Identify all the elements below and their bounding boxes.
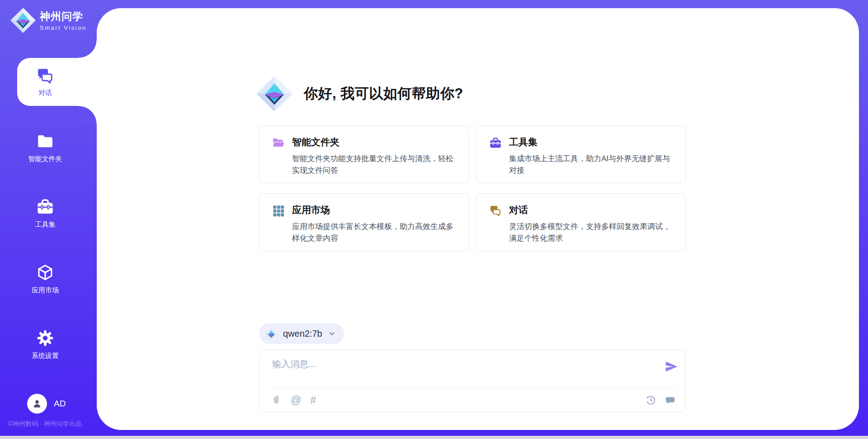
sidebar-item-label: 应用市场: [32, 286, 59, 295]
chat-bubble-icon: [665, 395, 675, 406]
tab-fillet-top: [79, 40, 97, 58]
at-icon: @: [291, 395, 301, 406]
welcome-logo-icon: [256, 75, 293, 112]
folder-icon: [36, 132, 54, 150]
message-input[interactable]: [271, 357, 653, 384]
gear-icon: [36, 329, 54, 347]
bottom-edge-strip: [0, 436, 868, 439]
sidebar-item-label: 系统设置: [32, 352, 59, 360]
sidebar-item-chat[interactable]: 对话: [17, 58, 97, 106]
main-panel: 你好, 我可以如何帮助你? 智能文件夹 智能文件夹功能支持批量文件上传与清洗，轻…: [97, 8, 859, 430]
grid-icon: [272, 205, 285, 217]
sidebar-item-toolset[interactable]: 工具集: [0, 198, 90, 229]
sidebar-item-label: 工具集: [35, 220, 56, 229]
toolbox-icon: [36, 198, 54, 216]
feature-cards: 智能文件夹 智能文件夹功能支持批量文件上传与清洗，轻松实现文件问答 工具集 集成…: [259, 125, 686, 251]
send-button[interactable]: [665, 360, 678, 373]
sidebar-item-app-market[interactable]: 应用市场: [0, 263, 90, 295]
sidebar-item-label: 对话: [38, 89, 52, 97]
person-icon: [31, 398, 43, 410]
brand-subtitle: Smart Vision: [40, 24, 86, 31]
composer: @ #: [259, 349, 686, 412]
user-account[interactable]: AD: [27, 394, 66, 414]
card-description: 灵活切换多模型文件，支持多样回复效果调试，满足个性化需求: [509, 221, 674, 244]
attach-button[interactable]: [271, 395, 282, 406]
send-icon: [665, 360, 678, 373]
greeting: 你好, 我可以如何帮助你?: [256, 75, 463, 112]
model-selector[interactable]: qwen2:7b: [259, 323, 344, 344]
card-description: 集成市场上主流工具，助力AI与外界无缝扩展与对接: [509, 153, 674, 176]
sidebar-footer: ©神州数码 · 神州问学出品: [8, 420, 82, 428]
chevron-down-icon: [328, 329, 336, 338]
tab-fillet-bottom: [79, 106, 97, 124]
hashtag-button[interactable]: #: [310, 395, 316, 406]
feature-card-chat[interactable]: 对话 灵活切换多模型文件，支持多样回复效果调试，满足个性化需求: [476, 193, 686, 251]
card-title: 工具集: [509, 136, 674, 148]
folder-open-icon: [272, 137, 285, 149]
feature-card-smart-folders[interactable]: 智能文件夹 智能文件夹功能支持批量文件上传与清洗，轻松实现文件问答: [259, 125, 469, 183]
composer-divider: [268, 388, 677, 388]
hash-icon: #: [310, 395, 316, 406]
feature-card-toolset[interactable]: 工具集 集成市场上主流工具，助力AI与外界无缝扩展与对接: [476, 125, 686, 183]
card-description: 智能文件夹功能支持批量文件上传与清洗，轻松实现文件问答: [292, 153, 457, 176]
sidebar-item-settings[interactable]: 系统设置: [0, 329, 90, 360]
sidebar-item-smart-folders[interactable]: 智能文件夹: [0, 132, 90, 163]
card-title: 对话: [509, 204, 674, 216]
card-description: 应用市场提供丰富长文本模板，助力高效生成多样化文章内容: [292, 221, 457, 244]
card-title: 应用市场: [292, 204, 457, 216]
sidebar-item-label: 智能文件夹: [28, 155, 62, 163]
avatar: [27, 394, 47, 414]
composer-toolbar: @ #: [271, 391, 675, 409]
chat-icon: [36, 67, 54, 85]
mention-button[interactable]: @: [291, 395, 301, 406]
conversation-button[interactable]: [665, 395, 675, 406]
app-root: 神州问学 Smart Vision 对话 智能文件夹 工具集 应用市场 系统设置…: [0, 0, 868, 439]
brand: 神州问学 Smart Vision: [10, 7, 86, 33]
cube-icon: [36, 263, 54, 282]
model-logo-icon: [265, 328, 278, 340]
page-title: 你好, 我可以如何帮助你?: [304, 84, 463, 103]
user-name: AD: [54, 399, 66, 409]
toolbox-icon: [489, 137, 502, 149]
feature-card-app-market[interactable]: 应用市场 应用市场提供丰富长文本模板，助力高效生成多样化文章内容: [259, 193, 469, 251]
model-name: qwen2:7b: [283, 329, 322, 339]
brand-logo-icon: [10, 7, 36, 33]
card-title: 智能文件夹: [292, 136, 457, 148]
brand-name: 神州问学: [40, 10, 86, 24]
paperclip-icon: [271, 395, 282, 406]
history-icon: [646, 395, 656, 406]
history-button[interactable]: [646, 395, 656, 406]
chat-icon: [489, 205, 502, 217]
